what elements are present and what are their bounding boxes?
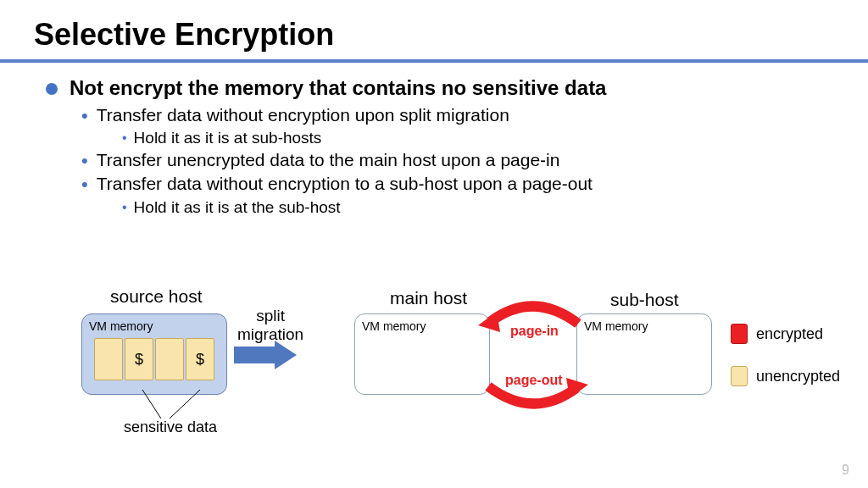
disc-icon [46,83,58,95]
diagram: source host main host sub-host VM memory… [0,280,868,488]
legend-swatch-unencrypted [731,366,748,386]
dot-icon: • [122,198,127,217]
bullet-level2: • Transfer data without encryption upon … [81,105,834,127]
legend-unencrypted-label: unencrypted [756,368,840,385]
vm-memory-label: VM memory [89,319,220,333]
source-host-label: source host [110,286,203,307]
legend-encrypted-label: encrypted [756,325,823,343]
page-title: Selective Encryption [0,0,868,59]
memory-cell-sensitive: $ [186,338,214,380]
bullet-level2: • Transfer data without encryption to a … [81,174,834,196]
memory-cell [94,338,123,380]
bullet-content: Not encrypt the memory that contains no … [0,76,868,217]
bullet-text: Hold it as it is at sub-hosts [134,129,322,147]
dot-icon: • [81,174,88,196]
split-migration-arrow [234,341,298,369]
bullet-level1: Not encrypt the memory that contains no … [46,76,834,100]
main-host-label: main host [390,288,467,308]
sensitive-data-label: sensitive data [124,419,217,436]
vm-memory-label: VM memory [362,319,482,333]
svg-marker-2 [478,312,500,332]
dot-icon: • [81,105,88,127]
bullet-level3: • Hold it as it is at sub-hosts [122,129,834,147]
bullet-text: Transfer data without encryption to a su… [97,174,593,194]
source-host-box: VM memory $ $ [81,313,227,395]
svg-marker-3 [566,378,588,398]
memory-cells: $ $ [89,338,220,380]
legend-swatch-encrypted [731,324,748,344]
bullet-level3: • Hold it as it is at the sub-host [122,198,834,217]
svg-line-1 [170,390,200,419]
memory-cell [155,338,184,380]
bullet-text: Transfer data without encryption upon sp… [97,105,509,125]
page-out-label: page-out [505,373,563,388]
dot-icon: • [122,129,127,147]
bullet-text: Transfer unencrypted data to the main ho… [97,150,560,170]
page-in-label: page-in [510,324,559,339]
title-underline [0,59,868,63]
bullet-text: Not encrypt the memory that contains no … [70,76,606,100]
svg-line-0 [142,390,161,419]
main-host-box: VM memory [354,313,490,395]
sub-host-label: sub-host [610,290,679,310]
sub-host-box: VM memory [576,313,712,395]
arrow-head-icon [275,341,297,369]
dot-icon: • [81,150,88,172]
bullet-text: Hold it as it is at the sub-host [134,198,341,217]
vm-memory-label: VM memory [584,319,704,333]
memory-cell-sensitive: $ [125,338,153,380]
arrow-body [234,347,275,363]
split-migration-label: split migration [237,307,303,344]
bullet-level2: • Transfer unencrypted data to the main … [81,150,834,172]
page-number: 9 [842,463,849,478]
